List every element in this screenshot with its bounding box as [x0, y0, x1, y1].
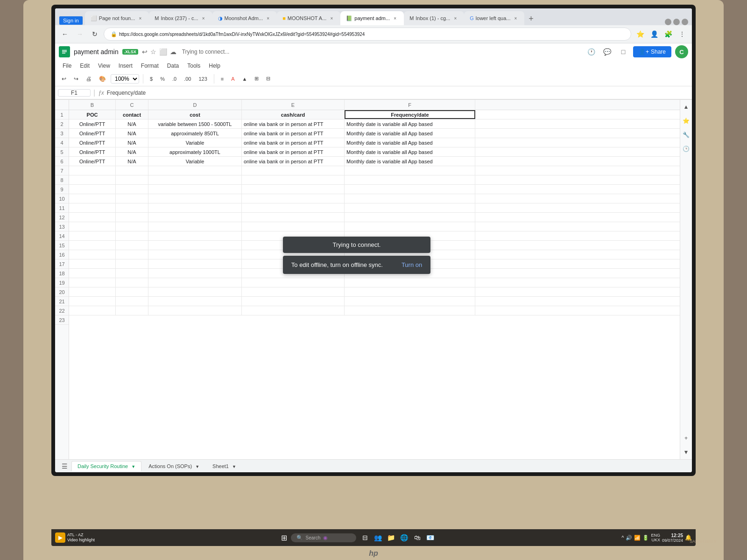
- filter-icon[interactable]: 🔧: [681, 130, 691, 140]
- row-9[interactable]: 9: [55, 185, 69, 194]
- taskbar-store-icon[interactable]: 🛍: [412, 532, 423, 543]
- cloud-icon[interactable]: ☁: [170, 48, 176, 56]
- cell-E6[interactable]: online via bank or in person at PTT: [242, 157, 345, 166]
- menu-data[interactable]: Data: [163, 61, 183, 70]
- sheet-menu-icon[interactable]: ☰: [59, 462, 70, 470]
- tab-2[interactable]: M Inbox (237) - c... ×: [149, 11, 212, 25]
- sheet-tab-sheet1-arrow[interactable]: ▼: [232, 464, 236, 469]
- system-tray[interactable]: ^ 🔊 📶 🔋: [621, 535, 649, 541]
- formula-input[interactable]: Frequency/date: [107, 90, 689, 96]
- decimal-down-btn[interactable]: .0: [169, 75, 179, 83]
- print-btn[interactable]: 🖨: [83, 75, 94, 83]
- row-2[interactable]: 2: [55, 119, 69, 129]
- cell-E5[interactable]: online via bank or in person at PTT: [242, 147, 345, 156]
- cell-D7[interactable]: [148, 166, 242, 175]
- row-22[interactable]: 22: [55, 306, 69, 315]
- sheet-tab-actions-arrow[interactable]: ▼: [195, 464, 199, 469]
- cell-B1[interactable]: POC: [69, 110, 116, 119]
- col-F[interactable]: F: [345, 100, 475, 110]
- drive-icon[interactable]: ⬜: [159, 48, 167, 56]
- sheet-tab-daily[interactable]: Daily Security Routine ▼: [71, 461, 141, 471]
- maximize-button[interactable]: [673, 19, 680, 25]
- taskbar-widgets-icon[interactable]: ⊟: [360, 532, 370, 543]
- cell-C3[interactable]: N/A: [116, 129, 148, 138]
- cell-F1[interactable]: Frequency/date: [345, 110, 475, 119]
- cell-F4[interactable]: Monthly date is variable all App based: [345, 138, 475, 147]
- taskbar-app-icon[interactable]: ▶: [55, 532, 65, 543]
- tray-arrow-icon[interactable]: ^: [621, 535, 624, 540]
- cell-E3[interactable]: online via bank or in person at PTT: [242, 129, 345, 138]
- col-C[interactable]: C: [116, 100, 148, 110]
- row-20[interactable]: 20: [55, 287, 69, 297]
- row-11[interactable]: 11: [55, 203, 69, 213]
- star-icon[interactable]: ☆: [150, 48, 156, 56]
- cell-B3[interactable]: Online/PTT: [69, 129, 116, 138]
- row-18[interactable]: 18: [55, 269, 69, 278]
- row-5[interactable]: 5: [55, 147, 69, 157]
- back-button[interactable]: ←: [59, 28, 71, 40]
- row-4[interactable]: 4: [55, 138, 69, 147]
- windows-start-icon[interactable]: ⊞: [281, 533, 287, 542]
- cell-C1[interactable]: contact: [116, 110, 148, 119]
- share-button[interactable]: 👤+ Share: [633, 46, 671, 57]
- row-1[interactable]: 1: [55, 110, 69, 119]
- taskbar-cortana-icon[interactable]: ◉: [323, 535, 328, 541]
- cell-C4[interactable]: N/A: [116, 138, 148, 147]
- cell-B6[interactable]: Online/PTT: [69, 157, 116, 166]
- row-16[interactable]: 16: [55, 250, 69, 259]
- menu-help[interactable]: Help: [205, 61, 224, 70]
- number-format-btn[interactable]: 123: [196, 75, 210, 83]
- extensions-icon[interactable]: 🧩: [662, 28, 674, 40]
- cell-F5[interactable]: Monthly date is variable all App based: [345, 147, 475, 156]
- forward-button[interactable]: →: [74, 28, 86, 40]
- settings-icon[interactable]: ⋮: [676, 28, 688, 40]
- redo-btn[interactable]: ↪: [71, 75, 81, 83]
- cell-E4[interactable]: online via bank or in person at PTT: [242, 138, 345, 147]
- taskbar-teams-icon[interactable]: 👥: [373, 532, 383, 543]
- row-3[interactable]: 3: [55, 129, 69, 138]
- cell-D4[interactable]: Variable: [148, 138, 242, 147]
- undo-btn[interactable]: ↩: [59, 75, 69, 83]
- tab-2-close[interactable]: ×: [200, 15, 207, 21]
- row-12[interactable]: 12: [55, 213, 69, 222]
- reload-button[interactable]: ↻: [89, 28, 101, 40]
- tab-7[interactable]: G lower left qua... ×: [464, 11, 524, 25]
- scroll-up-icon[interactable]: ▲: [681, 102, 691, 112]
- zoom-select[interactable]: 100% 75% 50% 125% 150%: [111, 74, 139, 84]
- cell-F6[interactable]: Monthly date is variable all App based: [345, 157, 475, 166]
- history-side-icon[interactable]: 🕒: [681, 144, 691, 154]
- menu-format[interactable]: Format: [137, 61, 162, 70]
- currency-btn[interactable]: $: [147, 75, 155, 83]
- close-window-button[interactable]: [682, 19, 688, 25]
- cell-F3[interactable]: Monthly date is variable all App based: [345, 129, 475, 138]
- row-13[interactable]: 13: [55, 222, 69, 231]
- menu-file[interactable]: File: [59, 61, 75, 70]
- fill-color-btn[interactable]: ▲: [240, 75, 250, 83]
- cell-D6[interactable]: Variable: [148, 157, 242, 166]
- tab-3[interactable]: ◑ Moonshot Adm... ×: [212, 11, 277, 25]
- cell-F2[interactable]: Monthly date is variable all App based: [345, 119, 475, 128]
- taskbar-search-box[interactable]: 🔍 Search ◉: [291, 533, 356, 542]
- turn-on-button[interactable]: Turn on: [402, 261, 422, 268]
- taskbar-explorer-icon[interactable]: 📁: [386, 532, 396, 543]
- percent-btn[interactable]: %: [157, 75, 168, 83]
- scroll-down-icon[interactable]: ▼: [681, 447, 691, 457]
- decimal-up-btn[interactable]: .00: [181, 75, 194, 83]
- profile-icon[interactable]: 👤: [648, 28, 660, 40]
- row-17[interactable]: 17: [55, 259, 69, 269]
- menu-insert[interactable]: Insert: [115, 61, 136, 70]
- row-23[interactable]: 23: [55, 315, 69, 325]
- sheet-tab-sheet1[interactable]: Sheet1 ▼: [206, 461, 242, 471]
- col-D[interactable]: D: [148, 100, 242, 110]
- chat-icon[interactable]: □: [617, 46, 629, 58]
- tab-6[interactable]: M Inbox (1) - cg... ×: [404, 11, 464, 25]
- battery-icon[interactable]: 🔋: [642, 535, 649, 541]
- tab-3-close[interactable]: ×: [265, 15, 271, 21]
- cell-E2[interactable]: online via bank or in person at PTT: [242, 119, 345, 128]
- borders-btn[interactable]: ⊞: [252, 75, 261, 83]
- user-avatar[interactable]: C: [675, 45, 688, 58]
- cell-F7[interactable]: [345, 166, 475, 175]
- cell-B2[interactable]: Online/PTT: [69, 119, 116, 128]
- tab-6-close[interactable]: ×: [452, 15, 458, 21]
- row-21[interactable]: 21: [55, 297, 69, 306]
